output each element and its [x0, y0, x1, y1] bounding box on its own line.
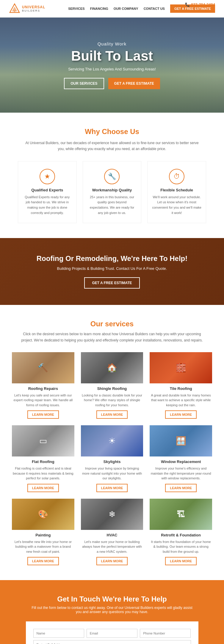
services-grid: 🔨 Roofing Repairs Let's keep you safe an… — [12, 352, 212, 566]
service-text-window: Improve your home's efficiency and maint… — [150, 466, 212, 481]
service-learn-more-0[interactable]: LEARN MORE — [27, 410, 59, 419]
service-img-painting: 🎨 — [12, 499, 74, 530]
service-text-skylights: Improve your living space by bringing mo… — [81, 466, 143, 481]
feature-title-1: Workmanship Quality — [87, 188, 137, 192]
services-section: Our services Click on the desired servic… — [0, 305, 224, 580]
form-row-2 — [33, 640, 191, 644]
feature-icon-2: ⏱ — [169, 169, 184, 184]
service-text-retrofit: It starts from the foundation of your ho… — [150, 539, 212, 554]
service-title-flat: Flat Roofing — [12, 459, 74, 464]
feature-card-0: ★ Qualified Experts Qualified Experts re… — [18, 161, 77, 223]
nav-financing[interactable]: FINANCING — [90, 7, 108, 10]
cta-estimate-button[interactable]: GET A FREE ESTIMATE — [84, 277, 140, 289]
hero-subtitle: Quality Work — [64, 41, 160, 46]
feature-text-0: Qualified Experts ready for any job hand… — [23, 195, 72, 215]
why-choose-section: Why Choose Us At Universal Builders, our… — [0, 113, 224, 238]
nav-services[interactable]: SERVICES — [68, 7, 84, 10]
hero-section: Quality Work Built To Last Servicing The… — [0, 18, 224, 113]
service-learn-more-1[interactable]: LEARN MORE — [96, 410, 128, 419]
service-text-roofing-repairs: Let's keep you safe and secure with our … — [12, 393, 74, 408]
service-card-tile-roofing: 🧱 Tile Roofing A great and durable look … — [150, 352, 212, 419]
service-text-shingle: Looking for a classic durable look for y… — [81, 393, 143, 408]
service-title-skylights: Skylights — [81, 459, 143, 464]
service-learn-more-3[interactable]: LEARN MORE — [27, 484, 59, 492]
hero-title: Built To Last — [64, 48, 160, 64]
service-learn-more-5[interactable]: LEARN MORE — [165, 484, 197, 492]
service-img-flat: ▭ — [12, 425, 74, 456]
phone-input[interactable] — [140, 629, 191, 638]
service-card-shingle-roofing: 🏠 Shingle Roofing Looking for a classic … — [81, 352, 143, 419]
contact-form-box: Select Your Project * Roofing Repair New… — [26, 621, 198, 644]
service-title-hvac: HVAC — [81, 533, 143, 537]
why-choose-title: Why Choose Us — [18, 127, 206, 136]
service-text-tile: A great and durable look for many homes … — [150, 393, 212, 408]
feature-text-1: 25+ years in this business, our quality … — [87, 195, 137, 215]
service-card-retrofit: 🏗 Retrofit & Foundation It starts from t… — [150, 499, 212, 566]
service-title-tile: Tile Roofing — [150, 386, 212, 391]
feature-title-0: Qualified Experts — [23, 188, 72, 192]
feature-card-2: ⏱ Flexible Schedule We'll work around yo… — [147, 161, 206, 223]
service-card-hvac: ❄ HVAC Let's make sure your home or buil… — [81, 499, 143, 566]
phone-icon: 📞 — [185, 2, 190, 7]
email-input[interactable] — [87, 629, 137, 638]
service-card-window: 🪟 Window Replacement Improve your home's… — [150, 425, 212, 492]
service-img-shingle: 🏠 — [81, 352, 143, 383]
logo: U UNIVERSAL BUILDERS — [9, 3, 45, 14]
hero-tagline: Servicing The Los Angeles And Surroundin… — [64, 67, 160, 71]
phone-number: 📞 877-794-2494 — [185, 2, 215, 7]
feature-icon-1: 🔧 — [104, 169, 120, 184]
service-card-roofing-repairs: 🔨 Roofing Repairs Let's keep you safe an… — [12, 352, 74, 419]
services-desc: Click on the desired services below to l… — [20, 331, 204, 343]
hero-services-button[interactable]: OUR SERVICES — [64, 78, 104, 89]
service-card-skylights: ☀ Skylights Improve your living space by… — [81, 425, 143, 492]
service-text-hvac: Let's make sure your home or building al… — [81, 539, 143, 554]
service-learn-more-8[interactable]: LEARN MORE — [165, 557, 197, 565]
hero-content: Quality Work Built To Last Servicing The… — [64, 41, 160, 89]
service-title-retrofit: Retrofit & Foundation — [150, 533, 212, 537]
address-input[interactable] — [33, 640, 191, 644]
service-learn-more-6[interactable]: LEARN MORE — [27, 557, 59, 565]
contact-section: Get In Touch We're Here To Help Fill out… — [0, 580, 224, 644]
hero-buttons: OUR SERVICES GET A FREE ESTIMATE — [64, 78, 160, 89]
service-img-window: 🪟 — [150, 425, 212, 456]
nav-contact[interactable]: CONTACT US — [144, 7, 165, 10]
feature-card-1: 🔧 Workmanship Quality 25+ years in this … — [83, 161, 142, 223]
service-title-roofing-repairs: Roofing Repairs — [12, 386, 74, 391]
form-row-1 — [33, 629, 191, 638]
name-input[interactable] — [33, 629, 84, 638]
services-header: Our services Click on the desired servic… — [12, 320, 212, 343]
cta-sub: Building Projects & Building Trust. Cont… — [9, 266, 215, 271]
services-title: Our services — [12, 320, 212, 328]
service-img-retrofit: 🏗 — [150, 499, 212, 530]
service-img-hvac: ❄ — [81, 499, 143, 530]
service-img-skylights: ☀ — [81, 425, 143, 456]
logo-icon: U — [9, 3, 20, 14]
nav-company[interactable]: OUR COMPANY — [114, 7, 138, 10]
service-text-painting: Let's breathe new life into your home or… — [12, 539, 74, 554]
logo-sub: BUILDERS — [22, 9, 45, 12]
service-img-tile: 🧱 — [150, 352, 212, 383]
hero-estimate-button[interactable]: GET A FREE ESTIMATE — [108, 78, 160, 89]
service-learn-more-7[interactable]: LEARN MORE — [96, 557, 128, 565]
feature-text-2: We'll work around your schedule. Let us … — [152, 195, 201, 215]
logo-brand: UNIVERSAL — [22, 5, 45, 9]
service-title-shingle: Shingle Roofing — [81, 386, 143, 391]
why-choose-desc: At Universal Builders, our two decades o… — [23, 140, 201, 152]
cta-title: Roofing Or Remodeling, We're Here To Hel… — [9, 254, 215, 263]
service-img-roofing-repairs: 🔨 — [12, 352, 74, 383]
feature-title-2: Flexible Schedule — [152, 188, 201, 192]
cta-banner: Roofing Or Remodeling, We're Here To Hel… — [0, 238, 224, 305]
contact-title: Get In Touch We're Here To Help — [18, 595, 206, 603]
service-learn-more-2[interactable]: LEARN MORE — [165, 410, 197, 419]
header: U UNIVERSAL BUILDERS SERVICES FINANCING … — [0, 0, 224, 18]
service-title-painting: Painting — [12, 533, 74, 537]
features-grid: ★ Qualified Experts Qualified Experts re… — [18, 161, 206, 223]
service-learn-more-4[interactable]: LEARN MORE — [96, 484, 128, 492]
feature-icon-0: ★ — [40, 169, 55, 184]
service-title-window: Window Replacement — [150, 459, 212, 464]
service-card-flat-roofing: ▭ Flat Roofing Flat roofing is cost-effi… — [12, 425, 74, 492]
svg-text:U: U — [14, 10, 15, 12]
service-text-flat: Flat roofing is cost-efficient and is id… — [12, 466, 74, 481]
service-card-painting: 🎨 Painting Let's breathe new life into y… — [12, 499, 74, 566]
contact-sub: Fill out the form below to contact us ri… — [29, 606, 195, 614]
